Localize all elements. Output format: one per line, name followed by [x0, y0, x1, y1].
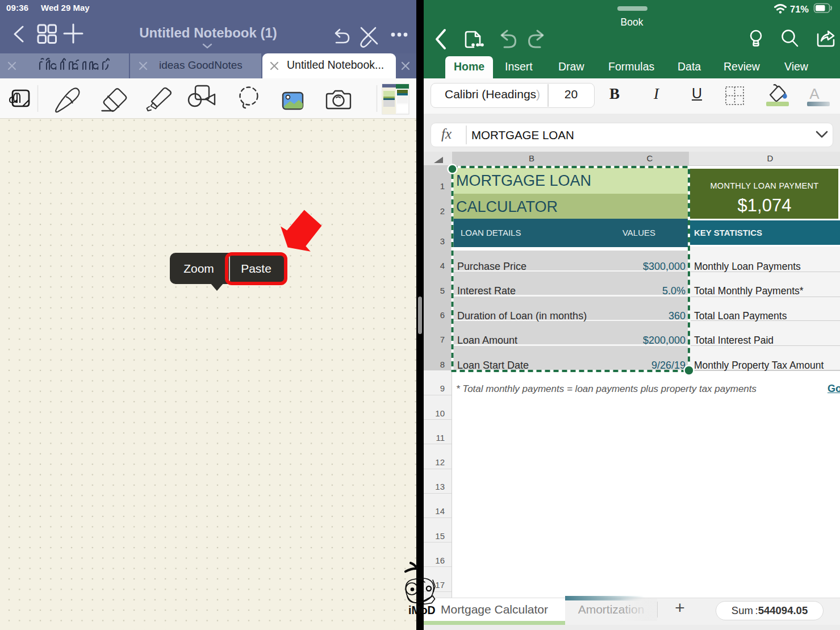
svg-text:71%: 71%	[790, 4, 809, 14]
svg-text:iMoD: iMoD	[408, 604, 436, 616]
